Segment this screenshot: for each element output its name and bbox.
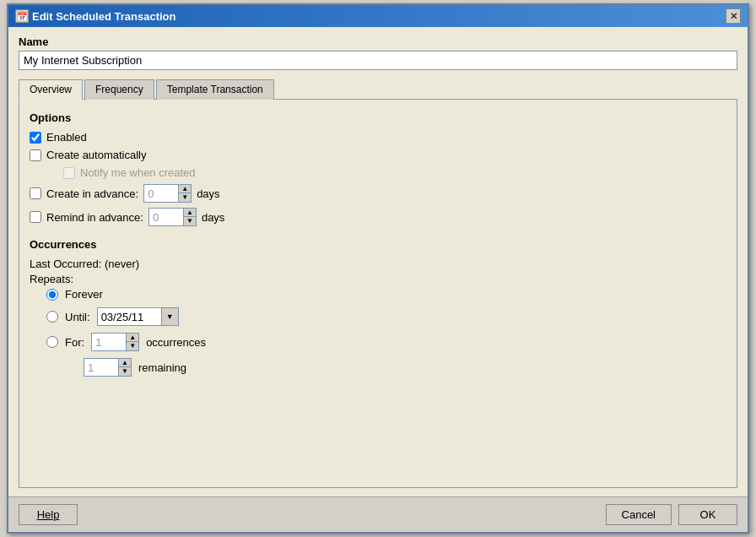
remaining-spinbox: ▲ ▼ — [84, 358, 132, 377]
notify-row: Notify me when created — [63, 166, 726, 179]
occurrences-input[interactable] — [92, 334, 126, 350]
ok-button[interactable]: OK — [678, 504, 737, 525]
options-title: Options — [30, 111, 726, 124]
forever-row: Forever — [46, 288, 726, 301]
until-label: Until: — [65, 311, 90, 323]
create-advance-input[interactable] — [144, 186, 178, 202]
enabled-label: Enabled — [46, 131, 87, 144]
close-button[interactable]: ✕ — [726, 8, 741, 24]
create-advance-arrows: ▲ ▼ — [178, 185, 191, 202]
for-radio[interactable] — [46, 336, 58, 348]
create-auto-label: Create automatically — [46, 149, 147, 161]
occurrences-label: occurrences — [146, 336, 206, 349]
remaining-row: ▲ ▼ remaining — [84, 358, 726, 377]
occurrences-spinbox: ▲ ▼ — [91, 333, 139, 351]
name-input[interactable] — [19, 51, 737, 70]
occurrences-title: Occurrences — [30, 238, 726, 251]
until-radio[interactable] — [46, 311, 58, 323]
for-label: For: — [65, 336, 84, 349]
footer: Help Cancel OK — [8, 496, 748, 532]
remaining-arrows: ▲ ▼ — [118, 359, 131, 376]
notify-checkbox[interactable] — [63, 167, 75, 179]
create-advance-spinbox: ▲ ▼ — [143, 184, 192, 203]
create-advance-row: Create in advance: ▲ ▼ days — [30, 184, 726, 203]
remaining-input[interactable] — [84, 360, 118, 376]
footer-right: Cancel OK — [606, 504, 737, 525]
repeats-label: Repeats: — [30, 273, 73, 285]
tab-overview[interactable]: Overview — [19, 79, 83, 100]
last-occurred-label: Last Occurred: — [30, 258, 101, 270]
remind-advance-down[interactable]: ▼ — [184, 217, 196, 225]
remind-advance-checkbox[interactable] — [30, 211, 41, 223]
occurrences-arrows: ▲ ▼ — [126, 334, 138, 350]
window-title: Edit Scheduled Transaction — [32, 10, 176, 23]
until-row: Until: ▼ — [46, 307, 726, 326]
window-body: Name Overview Frequency Template Transac… — [8, 27, 748, 496]
enabled-row: Enabled — [30, 131, 726, 144]
titlebar: 📅 Edit Scheduled Transaction ✕ — [8, 5, 748, 27]
remind-advance-spinbox: ▲ ▼ — [148, 208, 197, 226]
cancel-button[interactable]: Cancel — [606, 504, 672, 525]
name-label: Name — [19, 35, 737, 48]
occurrences-up[interactable]: ▲ — [127, 334, 138, 342]
repeats-row: Repeats: — [30, 273, 726, 285]
tab-frequency[interactable]: Frequency — [84, 79, 154, 100]
remaining-label: remaining — [138, 361, 186, 374]
remaining-up[interactable]: ▲ — [119, 359, 131, 367]
remind-advance-input[interactable] — [149, 209, 183, 225]
remaining-down[interactable]: ▼ — [119, 367, 131, 376]
tab-template[interactable]: Template Transaction — [156, 79, 274, 100]
occurrences-down[interactable]: ▼ — [127, 342, 138, 350]
until-date-dropdown[interactable]: ▼ — [161, 308, 178, 325]
for-row: For: ▲ ▼ occurrences — [46, 333, 726, 351]
forever-label: Forever — [65, 288, 103, 301]
create-advance-unit: days — [197, 187, 219, 200]
create-advance-down[interactable]: ▼ — [179, 193, 191, 202]
app-icon: 📅 — [15, 9, 29, 23]
notify-label: Notify me when created — [80, 166, 196, 179]
enabled-checkbox[interactable] — [30, 132, 41, 144]
create-auto-checkbox[interactable] — [30, 149, 41, 161]
create-advance-label: Create in advance: — [46, 187, 138, 200]
remind-advance-up[interactable]: ▲ — [184, 209, 196, 217]
until-date-field: ▼ — [97, 307, 179, 326]
create-auto-row: Create automatically — [30, 149, 726, 161]
remind-advance-label: Remind in advance: — [46, 211, 143, 224]
remind-advance-arrows: ▲ ▼ — [183, 209, 196, 225]
titlebar-left: 📅 Edit Scheduled Transaction — [15, 9, 176, 23]
tabs-container: Overview Frequency Template Transaction … — [19, 79, 737, 488]
remind-advance-row: Remind in advance: ▲ ▼ days — [30, 208, 726, 226]
tabs-bar: Overview Frequency Template Transaction — [19, 79, 737, 100]
remind-advance-unit: days — [202, 211, 224, 224]
create-advance-checkbox[interactable] — [30, 187, 41, 199]
main-window: 📅 Edit Scheduled Transaction ✕ Name Over… — [7, 3, 749, 534]
last-occurred-value: (never) — [105, 258, 139, 270]
create-advance-up[interactable]: ▲ — [179, 185, 191, 193]
help-button[interactable]: Help — [19, 504, 78, 525]
until-date-input[interactable] — [98, 309, 161, 325]
forever-radio[interactable] — [46, 289, 58, 301]
last-occurred-row: Last Occurred: (never) — [30, 258, 726, 270]
tab-overview-content: Options Enabled Create automatically Not… — [19, 100, 737, 488]
